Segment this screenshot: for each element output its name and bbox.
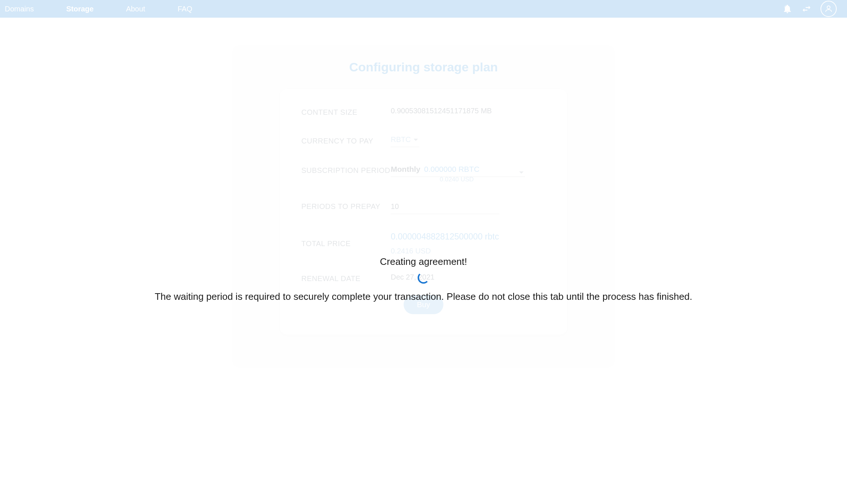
loading-overlay: Creating agreement! The waiting period i…	[0, 18, 847, 504]
header-dim-overlay	[0, 0, 847, 18]
main-content: Configuring storage plan CONTENT SIZE 0.…	[0, 18, 847, 504]
spinner-icon	[418, 272, 429, 284]
overlay-title: Creating agreement!	[380, 256, 467, 267]
overlay-text: The waiting period is required to secure…	[155, 291, 692, 302]
